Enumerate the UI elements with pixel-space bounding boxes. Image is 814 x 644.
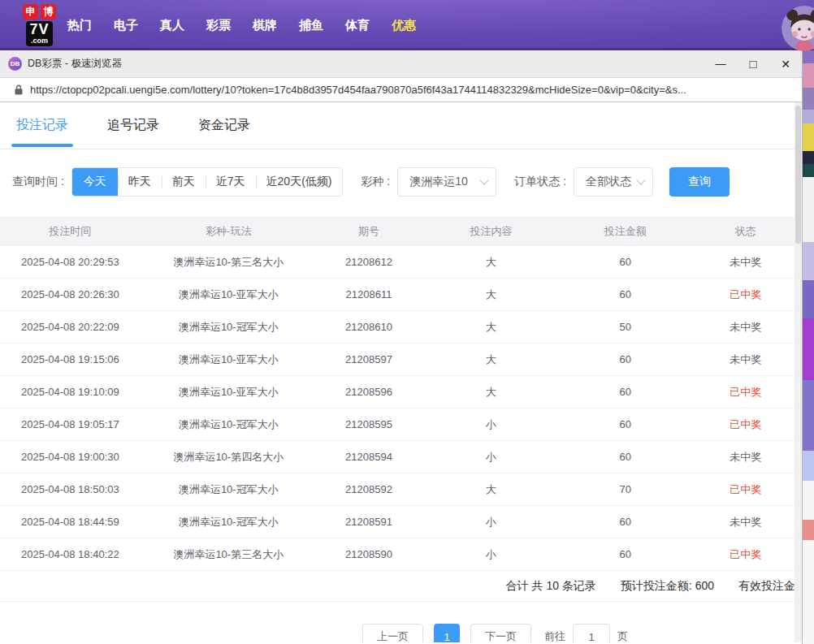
chevron-down-icon <box>480 175 489 184</box>
bet-time-cell: 2025-04-08 19:10:09 <box>0 386 141 398</box>
bet-content-cell: 大 <box>421 385 561 400</box>
time-filter-option[interactable]: 近7天 <box>206 168 256 196</box>
prev-page-button[interactable]: 上一页 <box>362 624 423 642</box>
bet-time-cell: 2025-04-08 19:00:30 <box>0 451 141 463</box>
time-filter-option[interactable]: 今天 <box>72 167 118 197</box>
game-type-cell: 澳洲幸运10-冠军大小 <box>141 515 317 529</box>
column-header: 投注内容 <box>421 224 561 239</box>
bet-records-table: 投注时间彩种-玩法期号投注内容投注金额状态 2025-04-08 20:29:5… <box>0 217 802 602</box>
url-text[interactable]: https://ctopcp02pcali.uengi5e.com/lotter… <box>30 84 794 96</box>
column-header: 彩种-玩法 <box>141 224 317 239</box>
column-header: 状态 <box>690 224 802 239</box>
table-row: 2025-04-08 18:40:22 澳洲幸运10-第三名大小 2120859… <box>0 538 802 571</box>
bet-time-cell: 2025-04-08 18:44:59 <box>0 516 141 528</box>
time-filter-label: 查询时间 : <box>12 175 64 189</box>
status-cell: 已中奖 <box>690 417 802 432</box>
bet-content-cell: 大 <box>421 255 561 270</box>
time-option-label: 昨天 <box>128 175 151 189</box>
table-row: 2025-04-08 19:00:30 澳洲幸运10-第四名大小 2120859… <box>0 441 802 473</box>
bet-time-cell: 2025-04-08 18:50:03 <box>0 483 141 495</box>
valid-amount: 有效投注金额 <box>738 579 802 594</box>
background-page-strip <box>803 50 814 644</box>
issue-number-cell: 21208594 <box>317 451 421 463</box>
minimize-button[interactable]: — <box>704 50 737 77</box>
nav-item-label: 热门 <box>67 18 92 32</box>
bet-amount-cell: 60 <box>561 288 690 300</box>
bet-content-cell: 小 <box>421 417 561 432</box>
tab-label: 投注记录 <box>16 117 68 134</box>
record-tabs: 投注记录追号记录资金记录 <box>0 102 802 149</box>
scrollbar-thumb[interactable] <box>795 106 801 244</box>
nav-item[interactable]: 捕鱼 <box>299 18 323 33</box>
logo-badges: 申 博 <box>23 4 56 19</box>
game-type-cell: 澳洲幸运10-冠军大小 <box>141 320 317 335</box>
table-row: 2025-04-08 18:50:03 澳洲幸运10-冠军大小 21208592… <box>0 473 802 506</box>
issue-number-cell: 21208590 <box>317 548 421 560</box>
bet-time-cell: 2025-04-08 20:29:53 <box>0 256 141 268</box>
main-nav: 热门电子真人彩票棋牌捕鱼体育优惠 <box>67 18 416 33</box>
filter-bar: 查询时间 : 今天昨天前天近7天近20天(低频) 彩种 : 澳洲幸运10 订单状… <box>12 167 802 197</box>
expected-amount: 预计投注金额: 600 <box>621 579 714 594</box>
lottery-select[interactable]: 澳洲幸运10 <box>397 167 496 197</box>
nav-item[interactable]: 棋牌 <box>253 18 277 33</box>
bet-amount-cell: 60 <box>561 548 690 560</box>
logo-tld: .com <box>29 37 49 45</box>
time-option-label: 近20天(低频) <box>266 175 332 189</box>
next-page-button[interactable]: 下一页 <box>470 624 531 642</box>
status-cell: 未中奖 <box>690 450 802 465</box>
search-button[interactable]: 查询 <box>669 167 730 197</box>
nav-item-label: 真人 <box>160 18 184 32</box>
nav-item[interactable]: 体育 <box>345 18 370 33</box>
nav-item-label: 捕鱼 <box>299 18 323 32</box>
bet-time-cell: 2025-04-08 18:40:22 <box>0 548 141 560</box>
status-cell: 未中奖 <box>690 320 802 335</box>
logo-badge-bo: 博 <box>41 4 56 19</box>
lock-icon <box>15 84 23 95</box>
nav-item[interactable]: 彩票 <box>206 18 231 33</box>
user-avatar[interactable] <box>782 6 814 51</box>
time-filter-option[interactable]: 昨天 <box>118 168 162 196</box>
record-tab[interactable]: 追号记录 <box>107 102 159 149</box>
bet-content-cell: 小 <box>421 515 561 529</box>
bet-amount-cell: 60 <box>561 353 690 365</box>
window-titlebar[interactable]: DB DB彩票 - 极速浏览器 — □ ✕ <box>0 50 802 78</box>
order-status-select[interactable]: 全部状态 <box>574 167 653 197</box>
tab-label: 追号记录 <box>107 117 159 134</box>
issue-number-cell: 21208612 <box>317 256 421 268</box>
time-filter-group: 今天昨天前天近7天近20天(低频) <box>71 167 344 197</box>
table-summary: 合计 共 10 条记录 预计投注金额: 600 有效投注金额 <box>0 571 795 602</box>
time-filter-option[interactable]: 前天 <box>162 168 206 196</box>
logo-badge-shen: 申 <box>23 4 38 19</box>
nav-item[interactable]: 优惠 <box>392 18 416 33</box>
maximize-button[interactable]: □ <box>737 50 769 77</box>
nav-item[interactable]: 电子 <box>114 18 138 33</box>
avatar-illustration <box>782 6 814 51</box>
url-bar[interactable]: https://ctopcp02pcali.uengi5e.com/lotter… <box>0 78 802 102</box>
time-option-label: 前天 <box>172 175 195 189</box>
nav-item[interactable]: 真人 <box>160 18 184 33</box>
table-row: 2025-04-08 19:10:09 澳洲幸运10-亚军大小 21208596… <box>0 376 802 408</box>
current-page-button[interactable]: 1 <box>434 624 460 642</box>
browser-window: DB DB彩票 - 极速浏览器 — □ ✕ https://ctopcp02pc… <box>0 50 803 644</box>
game-type-cell: 澳洲幸运10-冠军大小 <box>141 482 317 497</box>
table-row: 2025-04-08 20:22:09 澳洲幸运10-冠军大小 21208610… <box>0 311 802 344</box>
record-tab[interactable]: 资金记录 <box>198 102 250 149</box>
status-cell: 已中奖 <box>690 385 802 400</box>
bet-amount-cell: 60 <box>561 386 690 398</box>
record-tab[interactable]: 投注记录 <box>16 102 68 149</box>
nav-item-label: 电子 <box>114 18 138 32</box>
logo-box: 7V .com <box>26 21 52 46</box>
site-logo[interactable]: 申 博 7V .com <box>23 4 56 46</box>
goto-page-input[interactable] <box>573 624 610 642</box>
bet-content-cell: 小 <box>421 547 561 562</box>
close-button[interactable]: ✕ <box>769 50 802 77</box>
lottery-select-value: 澳洲幸运10 <box>409 175 468 189</box>
nav-item-label: 体育 <box>345 18 370 32</box>
scrollbar[interactable] <box>795 102 802 642</box>
nav-item[interactable]: 热门 <box>67 18 92 33</box>
time-option-label: 今天 <box>84 175 106 189</box>
time-filter-option[interactable]: 近20天(低频) <box>256 168 343 196</box>
status-cell: 已中奖 <box>690 547 802 562</box>
table-row: 2025-04-08 19:15:06 澳洲幸运10-亚军大小 21208597… <box>0 344 802 376</box>
issue-number-cell: 21208595 <box>317 418 421 430</box>
